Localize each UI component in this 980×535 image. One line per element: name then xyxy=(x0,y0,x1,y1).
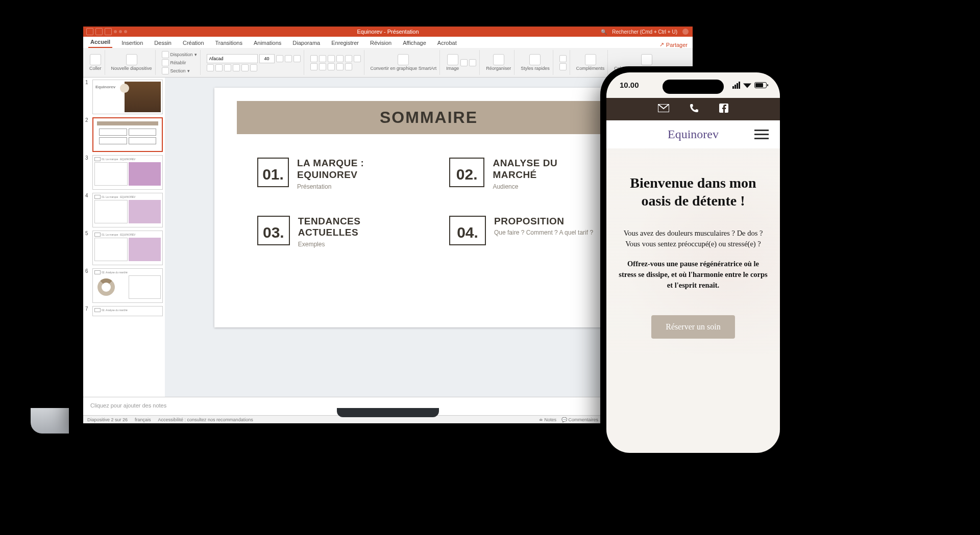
tab-insertion[interactable]: Insertion xyxy=(119,38,145,48)
hero-section: Bienvenue dans mon oasis de détente ! Vo… xyxy=(606,148,780,354)
new-slide-button[interactable]: Nouvelle diapositive xyxy=(111,54,152,71)
image-button[interactable]: Image xyxy=(446,54,459,71)
undo-icon[interactable] xyxy=(105,28,112,35)
paste-button[interactable]: Coller xyxy=(89,54,102,71)
phone-device: 10.00 Equinorev Bienvenue dans mon oasis… xyxy=(600,66,786,459)
indent-inc-icon[interactable] xyxy=(336,55,344,62)
addins-button[interactable]: Compléments xyxy=(576,54,605,71)
slide-thumbnail-panel: 1 Equinorev 2 3 01. La marque : EQUINORE… xyxy=(83,78,165,397)
ribbon-tabs: Accueil Insertion Dessin Création Transi… xyxy=(83,37,693,48)
section-button[interactable]: Section ▾ xyxy=(162,67,197,74)
tab-transitions[interactable]: Transitions xyxy=(213,38,244,48)
clear-format-icon[interactable] xyxy=(293,55,301,62)
shape-fill-icon[interactable] xyxy=(559,55,567,62)
slide-thumb[interactable]: Equinorev xyxy=(92,80,163,114)
shape-outline-icon[interactable] xyxy=(559,63,567,70)
document-title: Equinorev - Présentation xyxy=(357,29,419,35)
titlebar-left xyxy=(83,28,127,35)
toc-item: 02. ANALYSE DU MARCHÉAudience xyxy=(449,158,600,190)
comments-toggle[interactable]: 💬 Commentaires xyxy=(561,417,598,422)
current-slide[interactable]: SOMMAIRE 01. LA MARQUE : EQUINOREVPrésen… xyxy=(214,88,643,327)
quick-styles-button[interactable]: Styles rapides xyxy=(521,54,550,71)
slide-thumb[interactable] xyxy=(92,117,163,152)
phone-icon[interactable] xyxy=(690,104,699,115)
hero-text: Vous avez des douleurs musculaires ? De … xyxy=(619,228,768,249)
menu-icon[interactable] xyxy=(754,130,769,139)
italic-icon[interactable] xyxy=(215,64,223,71)
toc-item: 04. PROPOSITIONQue faire ? Comment ? A q… xyxy=(449,216,600,248)
strike-icon[interactable] xyxy=(233,64,240,71)
slide-title: SOMMAIRE xyxy=(237,101,621,134)
ribbon: Coller Nouvelle diapositive Disposition … xyxy=(83,48,693,78)
hero-title: Bienvenue dans mon oasis de détente ! xyxy=(619,174,768,210)
indent-dec-icon[interactable] xyxy=(328,55,335,62)
font-color-icon[interactable] xyxy=(250,64,257,71)
align-right-icon[interactable] xyxy=(328,63,335,70)
wifi-icon xyxy=(743,82,751,88)
decrease-font-icon[interactable] xyxy=(285,55,292,62)
slide-thumb[interactable]: 01. La marque : EQUINOREV xyxy=(92,193,163,227)
slide-thumb[interactable]: 01. La marque : EQUINOREV xyxy=(92,231,163,265)
window-titlebar: Equinorev - Présentation 🔍 Rechercher (C… xyxy=(83,27,693,37)
shapes-icon[interactable] xyxy=(460,59,468,66)
tab-acrobat[interactable]: Acrobat xyxy=(435,38,459,48)
smartart-button[interactable]: Convertir en graphique SmartArt xyxy=(371,54,437,71)
status-time: 10.00 xyxy=(620,81,639,89)
bold-icon[interactable] xyxy=(207,64,214,71)
toc-item: 03. TENDANCES ACTUELLESExemples xyxy=(257,216,408,248)
font-size-select[interactable] xyxy=(259,54,275,63)
arrange-button[interactable]: Réorganiser xyxy=(486,54,511,71)
tab-accueil[interactable]: Accueil xyxy=(88,37,112,48)
tab-dessin[interactable]: Dessin xyxy=(152,38,174,48)
numbering-icon[interactable] xyxy=(319,55,326,62)
line-spacing-icon[interactable] xyxy=(345,55,352,62)
tab-enregistrer[interactable]: Enregistrer xyxy=(329,38,361,48)
notes-toggle[interactable]: ≐ Notes xyxy=(539,417,556,422)
share-button[interactable]: ↗ Partager xyxy=(659,41,688,48)
bullets-icon[interactable] xyxy=(310,55,317,62)
save-icon[interactable] xyxy=(95,28,103,35)
tab-diaporama[interactable]: Diaporama xyxy=(290,38,322,48)
align-left-icon[interactable] xyxy=(310,63,317,70)
status-lang: français xyxy=(135,417,151,422)
slide-thumb[interactable]: 02. Analyse du marché xyxy=(92,268,163,303)
site-header: Equinorev xyxy=(606,120,780,148)
cta-button[interactable]: Réserver un soin xyxy=(651,315,735,339)
tab-animations[interactable]: Animations xyxy=(252,38,283,48)
tab-affichage[interactable]: Affichage xyxy=(401,38,428,48)
columns-icon[interactable] xyxy=(345,63,352,70)
avatar[interactable] xyxy=(682,29,689,35)
textbox-icon[interactable] xyxy=(469,59,476,66)
font-family-select[interactable] xyxy=(207,54,258,63)
tab-creation[interactable]: Création xyxy=(181,38,206,48)
search-field[interactable]: Rechercher (Cmd + Ctrl + U) xyxy=(612,29,677,35)
site-topbar xyxy=(606,98,780,120)
home-icon[interactable] xyxy=(86,28,93,35)
signal-icon xyxy=(732,82,740,89)
underline-icon[interactable] xyxy=(224,64,231,71)
mail-icon[interactable] xyxy=(658,104,669,114)
slide-thumb[interactable]: 01. La marque : EQUINOREV xyxy=(92,155,163,190)
highlight-icon[interactable] xyxy=(241,64,249,71)
toc-item: 01. LA MARQUE : EQUINOREVPrésentation xyxy=(257,158,408,190)
battery-icon xyxy=(754,82,767,88)
tab-revision[interactable]: Révision xyxy=(368,38,394,48)
site-logo[interactable]: Equinorev xyxy=(668,128,719,141)
slide-thumb[interactable]: 02. Analyse du marché xyxy=(92,306,163,316)
phone-screen: 10.00 Equinorev Bienvenue dans mon oasis… xyxy=(606,72,780,453)
phone-notch xyxy=(663,80,724,94)
layout-button[interactable]: Disposition ▾ xyxy=(162,51,197,58)
increase-font-icon[interactable] xyxy=(276,55,283,62)
reset-button[interactable]: Rétablir xyxy=(162,59,197,66)
hero-text-bold: Offrez-vous une pause régénératrice où l… xyxy=(619,259,768,291)
facebook-icon[interactable] xyxy=(719,104,728,115)
toc-grid: 01. LA MARQUE : EQUINOREVPrésentation 02… xyxy=(237,134,621,248)
justify-icon[interactable] xyxy=(336,63,344,70)
status-accessibility[interactable]: Accessibilité : consultez nos recommanda… xyxy=(158,417,253,422)
align-center-icon[interactable] xyxy=(319,63,326,70)
text-direction-icon[interactable] xyxy=(354,55,361,62)
slide-counter: Diapositive 2 sur 26 xyxy=(87,417,128,422)
